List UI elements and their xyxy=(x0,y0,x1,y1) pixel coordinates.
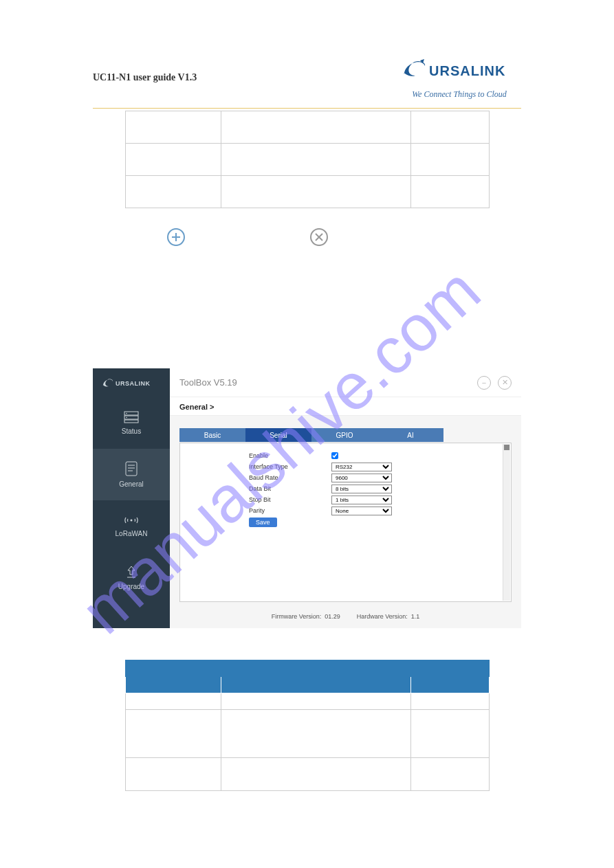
interface-type-select[interactable]: RS232 xyxy=(331,463,392,471)
sidebar-item-lorawan[interactable]: LoRaWAN xyxy=(93,500,170,552)
svg-point-13 xyxy=(126,413,127,414)
fw-label: Firmware Version: xyxy=(272,613,322,620)
sidebar: URSALINK Status General LoRaWAN Upgrade xyxy=(93,368,170,628)
brand-logo: URSALINK We Connect Things to Cloud xyxy=(397,55,521,100)
parameters-table-lower xyxy=(125,660,490,791)
tab-bar: Basic Serial GPIO AI xyxy=(170,416,521,442)
parameters-table-upper xyxy=(125,111,490,208)
sidebar-item-label: General xyxy=(119,480,144,488)
data-bit-select[interactable]: 8 bits xyxy=(331,485,392,493)
plus-circle-icon xyxy=(166,227,186,247)
header-divider xyxy=(93,108,521,109)
tab-basic[interactable]: Basic xyxy=(179,428,245,442)
upgrade-icon xyxy=(125,565,138,579)
tab-serial[interactable]: Serial xyxy=(245,428,311,442)
parity-label: Parity xyxy=(249,507,331,514)
hw-value: 1.1 xyxy=(411,613,420,620)
doc-title: UC11-N1 user guide V1.3 xyxy=(93,55,197,83)
baud-rate-select[interactable]: 9600 xyxy=(331,474,392,482)
stop-bit-select[interactable]: 1 bits xyxy=(331,496,392,504)
scrollbar-thumb[interactable] xyxy=(504,445,509,450)
sidebar-item-label: LoRaWAN xyxy=(116,530,148,537)
enable-checkbox[interactable] xyxy=(331,452,338,459)
parity-select[interactable]: None xyxy=(331,507,392,515)
version-footer: Firmware Version: 01.29 Hardware Version… xyxy=(170,602,521,620)
document-icon xyxy=(124,461,138,476)
svg-point-19 xyxy=(131,520,133,522)
enable-label: Enable xyxy=(249,452,331,459)
brand-tagline: We Connect Things to Cloud xyxy=(397,89,521,100)
sidebar-brand-logo: URSALINK xyxy=(93,368,170,397)
svg-text:URSALINK: URSALINK xyxy=(116,380,151,387)
antenna-icon xyxy=(123,515,140,526)
close-circle-icon xyxy=(309,227,329,247)
fw-value: 01.29 xyxy=(325,613,340,620)
sidebar-item-status[interactable]: Status xyxy=(93,397,170,449)
svg-rect-12 xyxy=(124,420,138,423)
toolbox-app: URSALINK Status General LoRaWAN Upgrade xyxy=(93,368,521,628)
app-title: ToolBox V5.19 xyxy=(179,377,237,388)
close-button[interactable]: ✕ xyxy=(498,376,512,390)
hw-label: Hardware Version: xyxy=(357,613,408,620)
minimize-icon: − xyxy=(482,379,486,387)
minimize-button[interactable]: − xyxy=(477,376,491,390)
svg-point-14 xyxy=(126,417,127,419)
ursalink-logo-icon: URSALINK xyxy=(397,55,521,88)
close-icon: ✕ xyxy=(502,378,508,387)
interface-type-label: Interface Type xyxy=(249,463,331,470)
stop-bit-label: Stop Bit xyxy=(249,496,331,503)
server-icon xyxy=(124,411,139,423)
save-button[interactable]: Save xyxy=(249,518,277,527)
serial-form-panel: Enable Interface Type RS232 Baud Rate 96… xyxy=(179,443,512,602)
svg-rect-15 xyxy=(126,462,137,476)
svg-text:URSALINK: URSALINK xyxy=(429,63,505,78)
tab-gpio[interactable]: GPIO xyxy=(311,428,377,442)
baud-rate-label: Baud Rate xyxy=(249,474,331,481)
sidebar-item-label: Upgrade xyxy=(118,583,144,590)
sidebar-item-general[interactable]: General xyxy=(93,449,170,500)
sidebar-item-upgrade[interactable]: Upgrade xyxy=(93,552,170,603)
data-bit-label: Data Bit xyxy=(249,485,331,492)
sidebar-item-label: Status xyxy=(122,427,141,435)
breadcrumb: General > xyxy=(170,397,521,416)
tab-ai[interactable]: AI xyxy=(377,428,443,442)
